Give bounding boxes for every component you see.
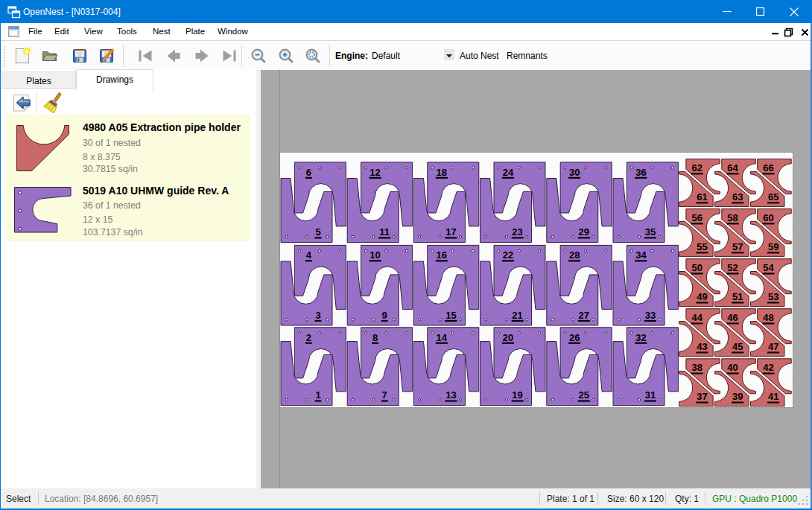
svg-text:4: 4 [305,249,311,261]
svg-text:57: 57 [732,241,743,252]
svg-text:64: 64 [727,162,738,173]
svg-text:26: 26 [568,332,579,343]
svg-text:28: 28 [568,249,579,261]
svg-text:37: 37 [697,391,707,402]
svg-text:21: 21 [512,310,522,321]
svg-text:42: 42 [763,362,773,373]
svg-text:1: 1 [315,389,320,401]
svg-text:2: 2 [305,332,311,343]
svg-text:59: 59 [767,241,778,252]
svg-text:5: 5 [315,226,320,238]
svg-text:58: 58 [727,212,738,223]
svg-text:15: 15 [445,310,456,321]
svg-text:19: 19 [512,389,522,401]
svg-text:39: 39 [732,391,743,402]
svg-text:20: 20 [502,332,513,343]
svg-text:53: 53 [767,291,778,302]
svg-text:23: 23 [512,226,522,238]
svg-text:6: 6 [305,167,311,178]
svg-text:56: 56 [691,212,702,223]
svg-text:63: 63 [732,191,743,203]
svg-text:45: 45 [732,341,743,352]
svg-text:25: 25 [578,389,589,401]
svg-text:49: 49 [697,291,707,302]
svg-text:43: 43 [697,341,707,352]
svg-text:22: 22 [502,249,513,261]
svg-text:54: 54 [763,262,774,273]
svg-text:12: 12 [369,167,380,178]
svg-text:10: 10 [369,249,380,261]
svg-text:51: 51 [732,291,743,302]
svg-text:17: 17 [445,226,456,238]
svg-text:48: 48 [763,312,773,323]
svg-text:60: 60 [763,212,773,223]
svg-text:3: 3 [315,310,320,321]
svg-text:11: 11 [379,226,390,238]
svg-text:55: 55 [697,241,707,252]
svg-text:44: 44 [691,312,702,323]
svg-text:7: 7 [381,389,387,401]
svg-text:62: 62 [691,162,702,173]
svg-text:32: 32 [635,332,646,343]
svg-text:8: 8 [372,332,377,343]
svg-text:40: 40 [727,362,738,373]
svg-text:38: 38 [691,362,702,373]
svg-text:16: 16 [436,249,446,261]
svg-text:50: 50 [691,262,702,273]
svg-text:33: 33 [644,310,655,321]
svg-text:36: 36 [635,167,646,178]
svg-text:27: 27 [578,310,589,321]
svg-text:18: 18 [436,167,446,178]
svg-text:29: 29 [578,226,589,238]
svg-text:30: 30 [568,167,579,178]
svg-text:52: 52 [727,262,738,273]
svg-text:47: 47 [767,341,778,352]
svg-text:24: 24 [502,167,513,178]
svg-text:31: 31 [644,389,655,401]
svg-text:66: 66 [763,162,773,173]
svg-text:61: 61 [697,191,707,203]
svg-text:34: 34 [635,249,647,261]
svg-text:13: 13 [445,389,456,401]
svg-text:46: 46 [727,312,738,323]
svg-text:14: 14 [436,332,447,343]
svg-text:9: 9 [381,310,387,321]
svg-text:41: 41 [767,391,778,402]
svg-text:35: 35 [644,226,655,238]
svg-text:65: 65 [767,191,778,203]
